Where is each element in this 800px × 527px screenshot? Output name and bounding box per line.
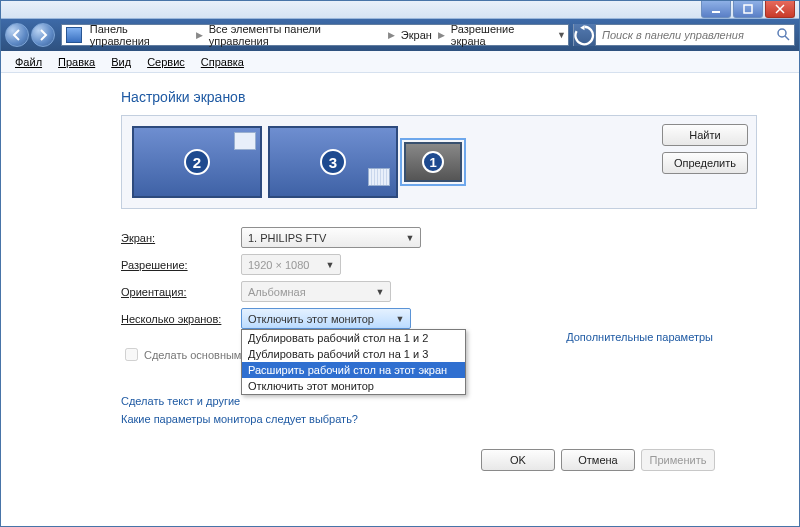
- navigation-bar: Панель управления ▶ Все элементы панели …: [1, 19, 799, 51]
- window-icon: [234, 132, 256, 150]
- advanced-settings-link[interactable]: Дополнительные параметры: [566, 331, 713, 343]
- chevron-down-icon: ▼: [392, 314, 408, 324]
- apply-button[interactable]: Применить: [641, 449, 715, 471]
- text-size-link[interactable]: Сделать текст и другие: [121, 395, 757, 407]
- chevron-right-icon: ▶: [194, 30, 205, 40]
- multiple-displays-menu: Дублировать рабочий стол на 1 и 2 Дублир…: [241, 329, 466, 395]
- chevron-down-icon: ▼: [372, 287, 388, 297]
- maximize-icon: [743, 4, 753, 14]
- chevron-down-icon: ▼: [322, 260, 338, 270]
- window-frame: Панель управления ▶ Все элементы панели …: [0, 0, 800, 527]
- back-arrow-icon: [11, 29, 23, 41]
- chevron-down-icon: ▼: [402, 233, 418, 243]
- titlebar: [1, 1, 799, 19]
- row-orientation: Ориентация: Альбомная ▼: [121, 281, 757, 302]
- resolution-dropdown[interactable]: 1920 × 1080 ▼: [241, 254, 341, 275]
- menu-option-disconnect[interactable]: Отключить этот монитор: [242, 378, 465, 394]
- dialog-button-row: OK Отмена Применить: [121, 443, 757, 481]
- menu-edit[interactable]: Правка: [50, 54, 103, 70]
- search-input[interactable]: [600, 28, 776, 42]
- label-screen: Экран:: [121, 232, 241, 244]
- monitor-number: 3: [320, 149, 346, 175]
- multiple-displays-dropdown[interactable]: Отключить этот монитор ▼: [241, 308, 411, 329]
- menu-option-extend[interactable]: Расширить рабочий стол на этот экран: [242, 362, 465, 378]
- label-orientation: Ориентация:: [121, 286, 241, 298]
- breadcrumb-item[interactable]: Панель управления: [86, 25, 194, 45]
- breadcrumb-item[interactable]: Разрешение экрана: [447, 25, 555, 45]
- refresh-button[interactable]: [573, 24, 595, 46]
- ok-button[interactable]: OK: [481, 449, 555, 471]
- chevron-right-icon: ▶: [436, 30, 447, 40]
- row-screen: Экран: 1. PHILIPS FTV ▼: [121, 227, 757, 248]
- address-bar[interactable]: Панель управления ▶ Все элементы панели …: [61, 24, 569, 46]
- label-multiple: Несколько экранов:: [121, 313, 241, 325]
- label-resolution: Разрешение:: [121, 259, 241, 271]
- row-multiple: Несколько экранов: Отключить этот монито…: [121, 308, 757, 329]
- svg-rect-0: [712, 11, 720, 13]
- monitor-2[interactable]: 2: [132, 126, 262, 198]
- search-icon: [776, 27, 790, 43]
- menu-option-duplicate-12[interactable]: Дублировать рабочий стол на 1 и 2: [242, 330, 465, 346]
- minimize-button[interactable]: [701, 1, 731, 18]
- maximize-button[interactable]: [733, 1, 763, 18]
- menu-option-duplicate-13[interactable]: Дублировать рабочий стол на 1 и 3: [242, 346, 465, 362]
- svg-rect-1: [744, 5, 752, 13]
- monitor-preview-panel: 2 3 1 Найти Определить: [121, 115, 757, 209]
- svg-point-2: [778, 29, 786, 37]
- menu-file[interactable]: Файл: [7, 54, 50, 70]
- refresh-icon: [574, 25, 595, 46]
- make-primary-checkbox[interactable]: [125, 348, 138, 361]
- monitor-number: 1: [422, 151, 444, 173]
- back-button[interactable]: [5, 23, 29, 47]
- forward-arrow-icon: [37, 29, 49, 41]
- multiple-value: Отключить этот монитор: [248, 313, 374, 325]
- breadcrumb-item[interactable]: Все элементы панели управления: [205, 25, 386, 45]
- resolution-value: 1920 × 1080: [248, 259, 309, 271]
- identify-button[interactable]: Определить: [662, 152, 748, 174]
- page-title: Настройки экранов: [121, 89, 757, 105]
- screen-dropdown[interactable]: 1. PHILIPS FTV ▼: [241, 227, 421, 248]
- control-panel-icon: [66, 27, 82, 43]
- monitor-number: 2: [184, 149, 210, 175]
- cancel-button[interactable]: Отмена: [561, 449, 635, 471]
- menu-bar: Файл Правка Вид Сервис Справка: [1, 51, 799, 73]
- menu-view[interactable]: Вид: [103, 54, 139, 70]
- search-box[interactable]: [595, 24, 795, 46]
- close-button[interactable]: [765, 1, 795, 18]
- close-icon: [775, 4, 785, 14]
- find-button[interactable]: Найти: [662, 124, 748, 146]
- which-monitor-link[interactable]: Какие параметры монитора следует выбрать…: [121, 413, 757, 425]
- monitor-1-selected[interactable]: 1: [404, 142, 462, 182]
- chevron-down-icon[interactable]: ▼: [555, 30, 568, 40]
- screen-value: 1. PHILIPS FTV: [248, 232, 326, 244]
- forward-button[interactable]: [31, 23, 55, 47]
- menu-help[interactable]: Справка: [193, 54, 252, 70]
- row-resolution: Разрешение: 1920 × 1080 ▼: [121, 254, 757, 275]
- menu-tools[interactable]: Сервис: [139, 54, 193, 70]
- chevron-right-icon: ▶: [386, 30, 397, 40]
- orientation-dropdown[interactable]: Альбомная ▼: [241, 281, 391, 302]
- breadcrumb-item[interactable]: Экран: [397, 25, 436, 45]
- minimize-icon: [711, 4, 721, 14]
- orientation-value: Альбомная: [248, 286, 306, 298]
- monitor-3[interactable]: 3: [268, 126, 398, 198]
- content-area: Настройки экранов 2 3 1 Найти Определить: [1, 73, 799, 526]
- window-icon: [368, 168, 390, 186]
- monitor-layout[interactable]: 2 3 1: [130, 124, 652, 200]
- panel-button-group: Найти Определить: [662, 124, 748, 200]
